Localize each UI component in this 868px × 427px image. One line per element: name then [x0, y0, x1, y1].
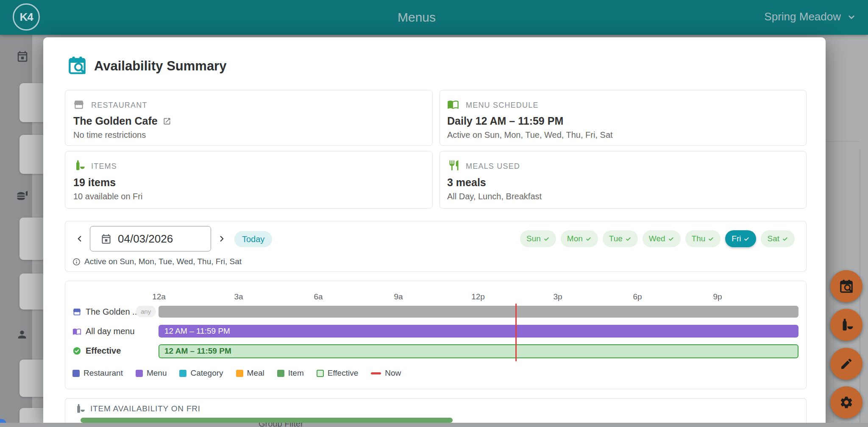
legend-now-line [371, 372, 381, 374]
axis-tick: 3p [553, 292, 562, 301]
fab-settings-button[interactable] [830, 386, 862, 419]
check-icon [585, 236, 592, 242]
axis-tick: 12a [152, 292, 166, 301]
timeline-row-label-menu: All day menu [72, 327, 135, 336]
legend-swatch [136, 370, 143, 377]
info-icon [72, 258, 81, 266]
legend-swatch [179, 370, 186, 377]
day-label: Thu [692, 234, 706, 243]
calendar-icon [100, 233, 112, 245]
chevron-down-icon [846, 11, 857, 22]
legend-label: Restaurant [83, 368, 123, 378]
menu-book-icon [72, 327, 81, 336]
active-days-text: Active on Sun, Mon, Tue, Wed, Thu, Fri, … [84, 257, 242, 266]
legend-now: Now [371, 368, 401, 378]
items-count: 19 items [73, 176, 116, 189]
legend-label: Effective [328, 368, 359, 378]
legend-label: Category [190, 368, 223, 378]
day-label: Tue [609, 234, 623, 243]
timeline-legend: Restaurant Menu Category Meal Item Effec… [72, 368, 401, 378]
page-title: Menus [398, 10, 436, 25]
day-chip-thu[interactable]: Thu [685, 230, 721, 247]
items-icon [75, 403, 85, 414]
item-availability-heading-text: ITEM AVAILABILITY ON FRI [90, 404, 200, 413]
axis-tick: 9p [713, 292, 722, 301]
timeline-row-label-restaurant: The Golden ... [72, 307, 139, 317]
effective-availability-bar: 12 AM – 11:59 PM [159, 344, 798, 358]
day-chip-fri[interactable]: Fri [725, 230, 756, 247]
day-chip-wed[interactable]: Wed [643, 230, 681, 247]
app-logo[interactable]: K4 [13, 3, 40, 31]
check-icon [782, 236, 788, 242]
day-label: Mon [567, 234, 583, 243]
verified-icon [72, 346, 81, 355]
axis-tick: 12p [471, 292, 485, 301]
check-icon [625, 236, 632, 242]
fab-availability-button[interactable] [830, 270, 862, 302]
fab-edit-button[interactable] [830, 348, 862, 380]
dining-section-icon[interactable] [15, 189, 30, 204]
restaurant-cutlery-icon [448, 159, 460, 171]
row-label-text: All day menu [86, 327, 135, 336]
card-label: MENU SCHEDULE [466, 101, 539, 110]
today-button[interactable]: Today [234, 231, 272, 247]
item-group-bar [81, 418, 453, 423]
restaurant-availability-bar [159, 306, 798, 318]
check-icon [668, 236, 674, 242]
day-label: Fri [732, 234, 741, 243]
legend-menu: Menu [136, 368, 167, 378]
date-value: 04/03/2026 [118, 232, 173, 246]
next-day-button[interactable] [213, 230, 230, 247]
day-chip-mon[interactable]: Mon [561, 230, 598, 247]
storefront-icon [72, 307, 81, 316]
legend-label: Menu [147, 368, 167, 378]
day-label: Sat [767, 234, 779, 243]
restaurant-name: The Golden Cafe [73, 115, 171, 127]
day-chip-tue[interactable]: Tue [603, 230, 638, 247]
axis-tick: 3a [234, 292, 243, 301]
legend-restaurant: Restaurant [72, 368, 123, 378]
modal-title: Availability Summary [94, 59, 226, 74]
restaurant-name-text: The Golden Cafe [73, 115, 158, 127]
calendar-search-icon [839, 279, 854, 294]
edit-icon [840, 357, 853, 371]
card-subtitle: No time restrictions [73, 130, 146, 140]
legend-meal: Meal [236, 368, 264, 378]
card-label: ITEMS [91, 162, 117, 171]
date-input[interactable]: 04/03/2026 [90, 226, 211, 251]
meals-count: 3 meals [447, 176, 486, 189]
menu-book-icon [447, 98, 459, 110]
legend-swatch [236, 370, 243, 377]
card-label: RESTAURANT [91, 101, 147, 110]
today-label: Today [242, 234, 264, 244]
legend-item: Item [277, 368, 304, 378]
day-chip-sat[interactable]: Sat [761, 230, 795, 247]
check-icon [543, 236, 550, 242]
group-filter-label: Group Filter [259, 423, 303, 427]
legend-category: Category [179, 368, 223, 378]
previous-day-button[interactable] [71, 230, 88, 247]
person-section-icon[interactable] [16, 329, 28, 340]
storefront-icon [73, 99, 84, 110]
legend-swatch [277, 370, 284, 377]
day-label: Sun [526, 234, 541, 243]
calendar-search-icon [67, 55, 87, 75]
card-label: MEALS USED [466, 162, 520, 171]
legend-effective: Effective [317, 368, 359, 378]
community-selector[interactable]: Spring Meadow [764, 10, 857, 23]
items-icon [839, 318, 854, 332]
open-in-new-icon[interactable] [163, 117, 171, 126]
day-chip-sun[interactable]: Sun [520, 230, 556, 247]
items-icon [73, 159, 85, 171]
check-icon [708, 236, 714, 242]
menu-availability-bar: 12 AM – 11:59 PM [159, 325, 798, 338]
calendar-section-icon[interactable] [16, 50, 29, 63]
row-label-text: Effective [86, 346, 121, 356]
fab-items-button[interactable] [830, 309, 862, 341]
axis-tick: 6a [314, 292, 323, 301]
now-marker-line [515, 304, 517, 361]
card-subtitle: All Day, Lunch, Breakfast [447, 192, 542, 201]
card-subtitle: 10 available on Fri [73, 192, 142, 201]
app-header: K4 Menus Spring Meadow [0, 0, 868, 35]
background-card-edge [826, 141, 860, 142]
